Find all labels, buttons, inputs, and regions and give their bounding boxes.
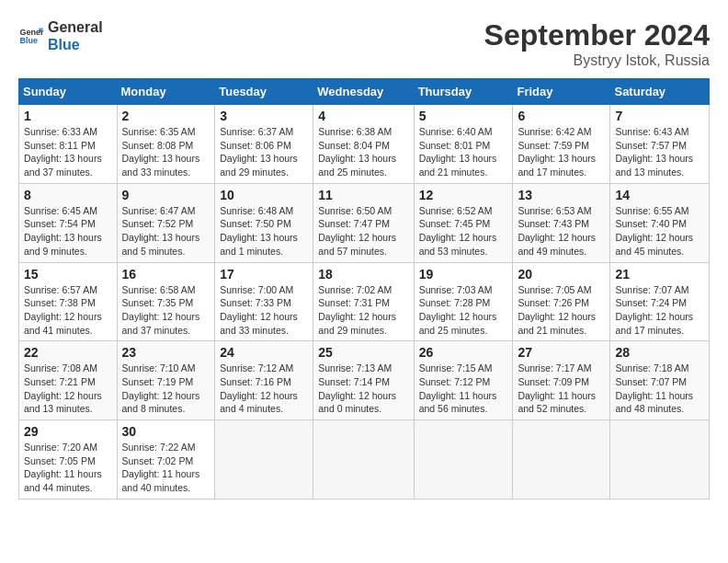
day-number: 24: [220, 345, 308, 360]
calendar-day-cell: 10Sunrise: 6:48 AMSunset: 7:50 PMDayligh…: [215, 183, 313, 262]
day-number: 20: [518, 267, 605, 282]
day-number: 12: [419, 188, 508, 202]
day-number: 26: [419, 345, 508, 360]
day-info: Sunrise: 7:20 AMSunset: 7:05 PMDaylight:…: [24, 441, 112, 495]
logo-icon: General Blue: [18, 23, 44, 49]
calendar-day-cell: 30Sunrise: 7:22 AMSunset: 7:02 PMDayligh…: [117, 420, 215, 500]
day-number: 1: [24, 109, 112, 123]
calendar-day-cell: 15Sunrise: 6:57 AMSunset: 7:38 PMDayligh…: [19, 262, 118, 341]
calendar-week-row: 1Sunrise: 6:33 AMSunset: 8:11 PMDaylight…: [19, 105, 710, 184]
calendar-day-cell: 26Sunrise: 7:15 AMSunset: 7:12 PMDayligh…: [414, 341, 513, 420]
calendar-day-cell: 25Sunrise: 7:13 AMSunset: 7:14 PMDayligh…: [313, 341, 414, 420]
day-number: 16: [122, 267, 210, 282]
day-info: Sunrise: 7:07 AMSunset: 7:24 PMDaylight:…: [615, 283, 704, 338]
day-number: 18: [318, 267, 408, 282]
calendar-day-cell: 8Sunrise: 6:45 AMSunset: 7:54 PMDaylight…: [19, 183, 118, 262]
calendar-day-cell: 17Sunrise: 7:00 AMSunset: 7:33 PMDayligh…: [215, 262, 313, 341]
day-number: 7: [615, 109, 704, 123]
day-info: Sunrise: 6:35 AMSunset: 8:08 PMDaylight:…: [122, 125, 210, 179]
day-number: 2: [122, 109, 210, 123]
calendar-day-cell: 21Sunrise: 7:07 AMSunset: 7:24 PMDayligh…: [610, 262, 710, 341]
day-info: Sunrise: 7:03 AMSunset: 7:28 PMDaylight:…: [419, 283, 508, 338]
day-info: Sunrise: 6:33 AMSunset: 8:11 PMDaylight:…: [24, 125, 112, 179]
calendar-day-cell: 23Sunrise: 7:10 AMSunset: 7:19 PMDayligh…: [117, 341, 215, 420]
day-number: 13: [518, 188, 605, 202]
calendar-day-cell: 4Sunrise: 6:38 AMSunset: 8:04 PMDaylight…: [313, 105, 414, 184]
day-info: Sunrise: 7:08 AMSunset: 7:21 PMDaylight:…: [24, 362, 112, 416]
weekday-header-monday: Monday: [117, 79, 215, 105]
weekday-header-friday: Friday: [513, 79, 610, 105]
day-number: 19: [419, 267, 508, 282]
calendar-week-row: 15Sunrise: 6:57 AMSunset: 7:38 PMDayligh…: [19, 262, 710, 341]
logo-line2: Blue: [48, 36, 103, 53]
calendar-day-cell: 19Sunrise: 7:03 AMSunset: 7:28 PMDayligh…: [414, 262, 513, 341]
calendar-day-cell: 13Sunrise: 6:53 AMSunset: 7:43 PMDayligh…: [513, 183, 610, 262]
calendar-subtitle: Bystryy Istok, Russia: [484, 52, 710, 69]
day-number: 27: [518, 345, 605, 360]
day-number: 6: [518, 109, 605, 123]
calendar-day-cell: 27Sunrise: 7:17 AMSunset: 7:09 PMDayligh…: [513, 341, 610, 420]
calendar-week-row: 29Sunrise: 7:20 AMSunset: 7:05 PMDayligh…: [19, 420, 710, 500]
day-number: 28: [615, 345, 704, 360]
calendar-day-cell: 24Sunrise: 7:12 AMSunset: 7:16 PMDayligh…: [215, 341, 313, 420]
day-number: 14: [615, 188, 704, 202]
day-number: 3: [220, 109, 308, 123]
day-info: Sunrise: 6:58 AMSunset: 7:35 PMDaylight:…: [122, 283, 210, 338]
calendar-day-cell: 2Sunrise: 6:35 AMSunset: 8:08 PMDaylight…: [117, 105, 215, 184]
logo: General Blue General Blue: [18, 18, 103, 53]
day-number: 17: [220, 267, 308, 282]
day-info: Sunrise: 7:00 AMSunset: 7:33 PMDaylight:…: [220, 283, 308, 338]
day-info: Sunrise: 6:57 AMSunset: 7:38 PMDaylight:…: [24, 283, 112, 338]
calendar-title: September 2024: [484, 18, 710, 52]
day-number: 15: [24, 267, 112, 282]
calendar-week-row: 8Sunrise: 6:45 AMSunset: 7:54 PMDaylight…: [19, 183, 710, 262]
empty-cell: [215, 420, 313, 500]
calendar-table: SundayMondayTuesdayWednesdayThursdayFrid…: [18, 78, 710, 500]
day-info: Sunrise: 6:37 AMSunset: 8:06 PMDaylight:…: [220, 125, 308, 179]
page-header: General Blue General Blue September 2024…: [18, 18, 710, 69]
day-info: Sunrise: 7:02 AMSunset: 7:31 PMDaylight:…: [318, 283, 408, 338]
day-info: Sunrise: 7:18 AMSunset: 7:07 PMDaylight:…: [615, 362, 704, 416]
day-number: 9: [122, 188, 210, 202]
day-info: Sunrise: 7:10 AMSunset: 7:19 PMDaylight:…: [122, 362, 210, 416]
day-number: 30: [122, 424, 210, 439]
calendar-day-cell: 5Sunrise: 6:40 AMSunset: 8:01 PMDaylight…: [414, 105, 513, 184]
calendar-day-cell: 9Sunrise: 6:47 AMSunset: 7:52 PMDaylight…: [117, 183, 215, 262]
day-info: Sunrise: 7:05 AMSunset: 7:26 PMDaylight:…: [518, 283, 605, 338]
day-number: 21: [615, 267, 704, 282]
calendar-day-cell: 3Sunrise: 6:37 AMSunset: 8:06 PMDaylight…: [215, 105, 313, 184]
calendar-day-cell: 1Sunrise: 6:33 AMSunset: 8:11 PMDaylight…: [19, 105, 118, 184]
calendar-day-cell: 12Sunrise: 6:52 AMSunset: 7:45 PMDayligh…: [414, 183, 513, 262]
calendar-day-cell: 7Sunrise: 6:43 AMSunset: 7:57 PMDaylight…: [610, 105, 710, 184]
day-number: 4: [318, 109, 408, 123]
day-number: 11: [318, 188, 408, 202]
day-info: Sunrise: 6:50 AMSunset: 7:47 PMDaylight:…: [318, 204, 408, 259]
day-info: Sunrise: 7:17 AMSunset: 7:09 PMDaylight:…: [518, 362, 605, 416]
day-info: Sunrise: 6:55 AMSunset: 7:40 PMDaylight:…: [615, 204, 704, 259]
svg-text:Blue: Blue: [19, 37, 38, 46]
calendar-day-cell: 28Sunrise: 7:18 AMSunset: 7:07 PMDayligh…: [610, 341, 710, 420]
calendar-day-cell: 18Sunrise: 7:02 AMSunset: 7:31 PMDayligh…: [313, 262, 414, 341]
calendar-day-cell: 22Sunrise: 7:08 AMSunset: 7:21 PMDayligh…: [19, 341, 118, 420]
title-block: September 2024 Bystryy Istok, Russia: [484, 18, 710, 69]
weekday-header-thursday: Thursday: [414, 79, 513, 105]
empty-cell: [513, 420, 610, 500]
day-info: Sunrise: 6:48 AMSunset: 7:50 PMDaylight:…: [220, 204, 308, 259]
day-number: 23: [122, 345, 210, 360]
weekday-header-row: SundayMondayTuesdayWednesdayThursdayFrid…: [19, 79, 710, 105]
day-number: 29: [24, 424, 112, 439]
calendar-day-cell: 16Sunrise: 6:58 AMSunset: 7:35 PMDayligh…: [117, 262, 215, 341]
day-info: Sunrise: 7:13 AMSunset: 7:14 PMDaylight:…: [318, 362, 408, 416]
day-info: Sunrise: 6:45 AMSunset: 7:54 PMDaylight:…: [24, 204, 112, 259]
day-info: Sunrise: 6:52 AMSunset: 7:45 PMDaylight:…: [419, 204, 508, 259]
day-info: Sunrise: 7:22 AMSunset: 7:02 PMDaylight:…: [122, 441, 210, 495]
weekday-header-sunday: Sunday: [19, 79, 118, 105]
day-number: 25: [318, 345, 408, 360]
day-number: 5: [419, 109, 508, 123]
day-info: Sunrise: 7:15 AMSunset: 7:12 PMDaylight:…: [419, 362, 508, 416]
day-number: 8: [24, 188, 112, 202]
day-number: 10: [220, 188, 308, 202]
day-info: Sunrise: 6:53 AMSunset: 7:43 PMDaylight:…: [518, 204, 605, 259]
day-info: Sunrise: 6:38 AMSunset: 8:04 PMDaylight:…: [318, 125, 408, 179]
calendar-day-cell: 6Sunrise: 6:42 AMSunset: 7:59 PMDaylight…: [513, 105, 610, 184]
